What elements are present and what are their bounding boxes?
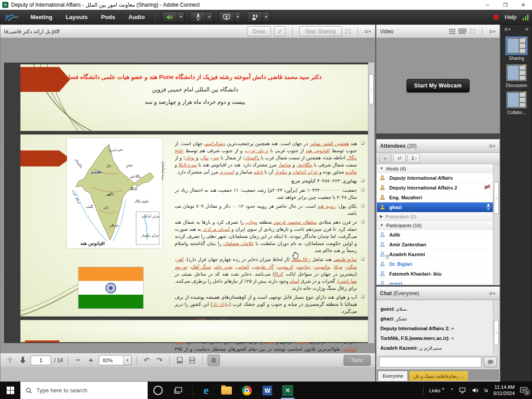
slide-text: ، — [188, 264, 192, 269]
webcam-dropdown[interactable]: ▼ — [235, 12, 242, 23]
ashoka-chakra-icon — [105, 282, 117, 294]
fit-page-button[interactable] — [175, 356, 184, 365]
chat-pod-header: Chat (Everyone) ≡▼ — [376, 287, 500, 300]
pod-menu-icon[interactable]: ≡▼ — [489, 290, 496, 297]
grid-view-icon[interactable] — [449, 29, 455, 34]
minimize-button[interactable]: ─ — [479, 0, 497, 10]
menu-meeting[interactable]: Meeting — [24, 14, 59, 20]
attendee-row[interactable]: Deputy International Affairs 2 — [377, 183, 493, 193]
attendee-row[interactable]: Dr. Biglari — [377, 259, 493, 269]
attendee-row[interactable]: Fatemeh Khanlari- ikiu — [377, 269, 493, 279]
chat-message-input[interactable] — [379, 357, 481, 367]
webcam-button[interactable] — [219, 12, 235, 23]
restore-button[interactable]: ❐ — [497, 0, 514, 10]
attendee-row[interactable]: Azadeh Kazemi — [377, 249, 493, 259]
menu-layouts[interactable]: Layouts — [59, 14, 94, 20]
attendees-scrollbar[interactable]: ≡ — [493, 164, 499, 284]
attendee-row[interactable]: ghazi — [377, 202, 493, 212]
speaker-dropdown[interactable]: ▼ — [178, 12, 185, 23]
raise-hand-dropdown[interactable]: ▼ — [263, 12, 270, 23]
adobe-connect-taskbar-button[interactable]: ✕ — [278, 382, 298, 399]
layout-thumbnail[interactable] — [506, 91, 527, 108]
edge-button[interactable]: e — [196, 382, 216, 399]
slide-link: تیتانیوم — [297, 264, 311, 269]
send-message-button[interactable] — [484, 357, 497, 367]
layout-thumbnail[interactable] — [506, 37, 527, 54]
recording-indicator-icon — [493, 15, 498, 20]
chrome-button[interactable] — [237, 382, 257, 399]
attendee-row[interactable]: Deputy International Affairs — [377, 173, 493, 183]
filmstrip-view-icon[interactable] — [458, 28, 466, 34]
attendee-name: Amir Zarkeshan — [389, 242, 426, 247]
rotate-left-button[interactable]: ↶ — [142, 356, 152, 365]
stop-sharing-button[interactable]: Stop Sharing — [299, 26, 341, 36]
layout-label: Discussion — [501, 83, 532, 88]
file-explorer-button[interactable] — [216, 382, 237, 399]
chat-tab-everyone[interactable]: Everyone — [378, 371, 408, 381]
tray-time: 11:14 AM — [493, 384, 515, 391]
group-header-hosts[interactable]: ▼Hosts (4) — [377, 164, 493, 173]
breakout-view-button[interactable]: ⇄ — [393, 154, 406, 163]
task-view-button[interactable] — [168, 382, 188, 399]
start-button[interactable] — [0, 382, 20, 399]
scrollbar-thumb[interactable]: ≡ — [494, 182, 499, 214]
microphone-dropdown[interactable]: ▼ — [206, 12, 213, 23]
pan-tool-button[interactable] — [207, 355, 220, 366]
layout-item-sharing[interactable]: Sharing — [501, 37, 532, 61]
attendee-status-view-button[interactable] — [407, 154, 420, 163]
page-number-input[interactable] — [31, 356, 51, 365]
layout-item-discussion[interactable]: Discussion — [501, 64, 532, 88]
close-button[interactable]: ✕ — [514, 0, 532, 10]
attendee-list-view-button[interactable]: ≡ — [379, 154, 391, 163]
network-icon[interactable] — [459, 387, 467, 393]
pod-menu-icon[interactable]: ≡▼ — [364, 28, 372, 35]
attendee-row[interactable]: Amir Zarkeshan — [377, 240, 493, 249]
clock[interactable]: 11:14 AM 6/11/2024 — [493, 384, 515, 397]
scrollbar-thumb[interactable]: ≡ — [494, 320, 499, 345]
microphone-button[interactable] — [190, 12, 206, 23]
cortana-button[interactable] — [148, 382, 168, 399]
pod-menu-icon[interactable]: ≡▼ — [489, 28, 496, 35]
scrollbar-thumb[interactable]: ≡ — [369, 74, 374, 104]
fullscreen-icon[interactable]: ↖↗↙↘ — [345, 29, 351, 34]
start-my-webcam-button[interactable]: Start My Webcam — [407, 79, 469, 92]
fit-width-button[interactable] — [188, 356, 197, 365]
taskbar-search[interactable]: Type here to search — [20, 382, 148, 399]
fullscreen-icon[interactable]: ↖↗↙↘ — [469, 29, 475, 34]
chevron-down-icon[interactable]: ▼ — [123, 356, 131, 365]
attendee-row[interactable]: Eng. Mazaheri — [377, 193, 493, 202]
group-header-presenters[interactable]: ▶Presenters (0) — [377, 212, 493, 221]
layout-item-collabo[interactable]: Collabo... — [501, 91, 532, 115]
connection-status-icon[interactable] — [523, 14, 528, 20]
layout-thumbnail[interactable] — [506, 64, 527, 81]
word-button[interactable]: W — [257, 382, 278, 399]
attendee-row[interactable]: Adib — [377, 230, 493, 240]
chat-tab-private[interactable]: ... رضای‌فاطمه جسک و غل — [409, 371, 468, 381]
chat-scrollbar[interactable]: ≡ — [493, 300, 499, 355]
group-header-participants[interactable]: ▼Participants (16) — [377, 221, 493, 230]
zoom-level-select[interactable]: 82% ▼ — [99, 355, 132, 365]
links-toolbar[interactable]: Links» — [429, 388, 444, 393]
pen-tool-button[interactable] — [274, 26, 286, 36]
zoom-in-button[interactable]: + — [86, 356, 96, 365]
menu-audio[interactable]: Audio — [122, 14, 152, 20]
menu-pods[interactable]: Pods — [94, 14, 122, 20]
attendee-row[interactable]: guest — [377, 279, 493, 284]
rotate-right-button[interactable]: ↷ — [155, 356, 164, 365]
show-hidden-icons-chevron[interactable]: ⌃ — [450, 387, 454, 394]
previous-page-button[interactable] — [5, 356, 15, 365]
language-indicator[interactable]: فا — [484, 387, 488, 393]
next-page-button[interactable] — [18, 356, 27, 365]
pod-menu-icon[interactable]: ≡▼ — [489, 142, 496, 150]
speaker-button[interactable] — [162, 12, 178, 23]
notification-center-button[interactable]: 1 — [520, 387, 528, 394]
document-scrollbar[interactable]: ≡ — [368, 63, 374, 343]
sync-button[interactable]: Sync — [344, 355, 371, 366]
draw-button[interactable]: Draw — [247, 26, 271, 36]
raise-hand-button[interactable] — [247, 12, 263, 23]
volume-icon[interactable] — [472, 387, 479, 393]
close-rail-icon[interactable]: ✕ — [525, 27, 529, 32]
help-menu[interactable]: Help — [505, 14, 516, 20]
layout-menu-icon[interactable]: ≡▼ — [504, 26, 511, 33]
zoom-out-button[interactable]: − — [73, 356, 83, 365]
